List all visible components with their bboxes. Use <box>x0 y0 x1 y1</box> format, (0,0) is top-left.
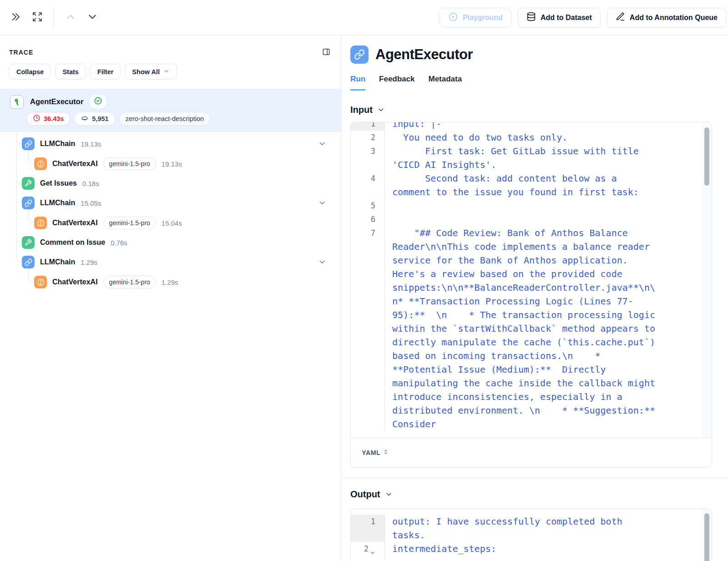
format-selector[interactable]: YAML <box>362 448 389 457</box>
code-text <box>385 212 656 226</box>
scrollbar-track[interactable] <box>703 510 711 561</box>
expand-icon <box>32 11 43 24</box>
show-all-label: Show All <box>132 68 160 76</box>
brain-icon <box>34 157 47 170</box>
node-name: ChatVertexAI <box>52 219 98 227</box>
trace-node-llmchain-1[interactable]: LLMChain 19.13s <box>22 135 341 153</box>
code-line: 7 "## Code Review: Bank of Anthos Balanc… <box>351 226 712 431</box>
code-text: First task: Get GitLab issue with title … <box>385 144 656 172</box>
next-run-button[interactable] <box>82 8 102 28</box>
check-circle-icon <box>94 96 102 107</box>
chain-link-icon <box>22 137 35 150</box>
split-panel-button[interactable] <box>319 45 333 59</box>
line-number: 7 <box>351 226 385 431</box>
line-number: 5 <box>351 199 385 212</box>
parrot-icon <box>10 95 24 109</box>
duration-badge: 36.43s <box>26 112 70 126</box>
brain-icon <box>34 276 47 288</box>
chevron-down-icon[interactable] <box>318 199 326 207</box>
node-name: LLMChain <box>40 140 75 148</box>
scrollbar-thumb[interactable] <box>704 127 709 186</box>
stats-label: Stats <box>62 68 78 76</box>
tokens-badge: 5,951 <box>74 112 115 126</box>
scrollbar-track[interactable] <box>703 123 711 437</box>
trace-node-chatvertexai-2[interactable]: ChatVertexAI gemini-1.5-pro 15.04s <box>34 214 341 232</box>
output-section-label: Output <box>350 489 380 500</box>
tab-metadata[interactable]: Metadata <box>428 75 462 91</box>
line-number: 1 <box>351 122 385 131</box>
trace-node-chatvertexai-3[interactable]: ChatVertexAI gemini-1.5-pro 1.29s <box>34 273 341 291</box>
node-name: Comment on Issue <box>40 238 105 247</box>
input-section-header[interactable]: Input <box>350 105 728 115</box>
trace-root-name: AgentExecutor <box>30 97 83 106</box>
line-number: 3 <box>351 144 385 172</box>
section-divider <box>342 478 728 478</box>
trace-panel-title: TRACE <box>9 49 33 56</box>
chevron-down-icon <box>377 106 385 114</box>
previous-run-button[interactable] <box>61 8 81 28</box>
chevron-down-icon <box>163 68 170 76</box>
node-name: ChatVertexAI <box>52 278 98 286</box>
run-detail-panel: AgentExecutor Run Feedback Metadata Inpu… <box>342 35 728 561</box>
code-text: input: |- <box>385 122 656 131</box>
add-to-dataset-label: Add to Dataset <box>541 14 592 22</box>
collapse-panel-button[interactable] <box>5 8 25 28</box>
line-number-value: 2 <box>364 542 369 556</box>
trace-node-get-issues[interactable]: Get Issues 0.18s <box>22 174 341 192</box>
add-to-dataset-button[interactable]: Add to Dataset <box>518 8 601 28</box>
code-line: 6 <box>351 212 712 226</box>
brain-icon <box>34 217 47 229</box>
tab-feedback[interactable]: Feedback <box>379 75 415 91</box>
trace-node-chatvertexai-1[interactable]: ChatVertexAI gemini-1.5-pro 19.13s <box>34 155 341 173</box>
run-title: AgentExecutor <box>375 46 473 63</box>
filter-label: Filter <box>97 68 113 76</box>
format-value: YAML <box>362 449 380 456</box>
chain-link-icon <box>22 197 35 209</box>
output-code-editor[interactable]: 1 output: I have successfully completed … <box>350 509 712 561</box>
node-name: LLMChain <box>40 199 75 207</box>
input-code-editor[interactable]: 1 input: |- 2 You need to do two tasks o… <box>350 122 712 468</box>
line-number: 6 <box>351 212 385 226</box>
chain-link-icon <box>22 256 35 268</box>
split-panel-icon <box>322 47 331 58</box>
code-line: 2 intermediate_steps: <box>351 542 712 560</box>
trace-node-llmchain-3[interactable]: LLMChain 1.29s <box>22 253 341 271</box>
code-text: intermediate_steps: <box>385 542 656 560</box>
line-number: 1 <box>351 515 385 542</box>
format-bar: YAML <box>351 437 712 467</box>
code-text: "## Code Review: Bank of Anthos Balance … <box>385 226 656 431</box>
top-toolbar: Playground Add to Dataset Add to Annotat… <box>0 0 728 35</box>
collapse-label: Collapse <box>16 68 44 76</box>
agent-type-badge: zero-shot-react-description <box>119 112 210 126</box>
show-all-dropdown[interactable]: Show All <box>125 64 177 80</box>
output-section-header[interactable]: Output <box>350 489 728 500</box>
tab-run[interactable]: Run <box>350 75 365 91</box>
fold-chevron-icon[interactable] <box>370 546 375 560</box>
clock-icon <box>33 114 40 123</box>
tree-guide <box>16 132 22 262</box>
expand-fullscreen-button[interactable] <box>27 8 47 28</box>
code-line: 5 <box>351 199 712 212</box>
trace-root-row[interactable]: AgentExecutor 36.43s 5,951 zero-shot-rea… <box>0 89 342 132</box>
chevron-down-icon[interactable] <box>318 258 326 266</box>
playground-label: Playground <box>463 14 503 22</box>
input-section-label: Input <box>350 105 373 115</box>
add-to-annotation-queue-button[interactable]: Add to Annotation Queue <box>607 8 726 28</box>
node-duration: 15.05s <box>81 199 101 207</box>
code-line: 4 Second task: add content below as a co… <box>351 172 712 199</box>
trace-node-comment-on-issue[interactable]: Comment on Issue 0.76s <box>22 233 341 252</box>
stats-button[interactable]: Stats <box>55 64 86 80</box>
add-to-annotation-queue-label: Add to Annotation Queue <box>630 14 718 22</box>
chevron-down-icon <box>385 490 393 498</box>
code-text: output: I have successfully completed bo… <box>385 515 656 542</box>
chevron-down-icon[interactable] <box>318 140 326 148</box>
line-number: 2 <box>351 131 385 144</box>
chain-link-icon <box>350 45 369 64</box>
trace-node-llmchain-2[interactable]: LLMChain 15.05s <box>22 194 341 212</box>
playground-button[interactable]: Playground <box>440 8 511 28</box>
node-name: ChatVertexAI <box>52 160 98 168</box>
collapse-button[interactable]: Collapse <box>9 64 51 80</box>
scrollbar-thumb[interactable] <box>704 513 709 561</box>
code-line: 1 output: I have successfully completed … <box>351 515 712 542</box>
filter-button[interactable]: Filter <box>90 64 121 80</box>
